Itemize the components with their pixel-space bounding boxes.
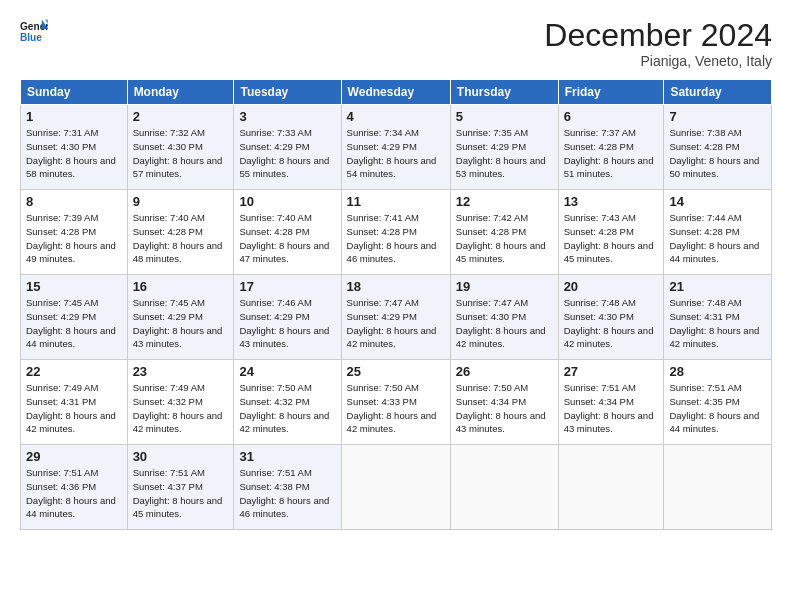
calendar-week-1: 1 Sunrise: 7:31 AMSunset: 4:30 PMDayligh… bbox=[21, 105, 772, 190]
day-info: Sunrise: 7:33 AMSunset: 4:29 PMDaylight:… bbox=[239, 126, 335, 181]
calendar-cell: 14 Sunrise: 7:44 AMSunset: 4:28 PMDaylig… bbox=[664, 190, 772, 275]
calendar-cell: 13 Sunrise: 7:43 AMSunset: 4:28 PMDaylig… bbox=[558, 190, 664, 275]
calendar-cell bbox=[664, 445, 772, 530]
day-number: 13 bbox=[564, 194, 659, 209]
calendar-cell: 9 Sunrise: 7:40 AMSunset: 4:28 PMDayligh… bbox=[127, 190, 234, 275]
location: Pianiga, Veneto, Italy bbox=[544, 53, 772, 69]
calendar-table: SundayMondayTuesdayWednesdayThursdayFrid… bbox=[20, 79, 772, 530]
day-info: Sunrise: 7:50 AMSunset: 4:33 PMDaylight:… bbox=[347, 381, 445, 436]
day-number: 28 bbox=[669, 364, 766, 379]
calendar-cell: 26 Sunrise: 7:50 AMSunset: 4:34 PMDaylig… bbox=[450, 360, 558, 445]
calendar-cell: 1 Sunrise: 7:31 AMSunset: 4:30 PMDayligh… bbox=[21, 105, 128, 190]
calendar-week-5: 29 Sunrise: 7:51 AMSunset: 4:36 PMDaylig… bbox=[21, 445, 772, 530]
day-number: 26 bbox=[456, 364, 553, 379]
calendar-week-2: 8 Sunrise: 7:39 AMSunset: 4:28 PMDayligh… bbox=[21, 190, 772, 275]
day-number: 21 bbox=[669, 279, 766, 294]
day-info: Sunrise: 7:48 AMSunset: 4:30 PMDaylight:… bbox=[564, 296, 659, 351]
day-number: 8 bbox=[26, 194, 122, 209]
weekday-tuesday: Tuesday bbox=[234, 80, 341, 105]
day-number: 6 bbox=[564, 109, 659, 124]
calendar-cell: 23 Sunrise: 7:49 AMSunset: 4:32 PMDaylig… bbox=[127, 360, 234, 445]
day-number: 1 bbox=[26, 109, 122, 124]
day-info: Sunrise: 7:32 AMSunset: 4:30 PMDaylight:… bbox=[133, 126, 229, 181]
day-info: Sunrise: 7:40 AMSunset: 4:28 PMDaylight:… bbox=[133, 211, 229, 266]
calendar-cell: 30 Sunrise: 7:51 AMSunset: 4:37 PMDaylig… bbox=[127, 445, 234, 530]
day-number: 17 bbox=[239, 279, 335, 294]
weekday-saturday: Saturday bbox=[664, 80, 772, 105]
day-info: Sunrise: 7:47 AMSunset: 4:29 PMDaylight:… bbox=[347, 296, 445, 351]
day-info: Sunrise: 7:51 AMSunset: 4:37 PMDaylight:… bbox=[133, 466, 229, 521]
day-number: 10 bbox=[239, 194, 335, 209]
calendar-cell: 5 Sunrise: 7:35 AMSunset: 4:29 PMDayligh… bbox=[450, 105, 558, 190]
calendar-cell: 25 Sunrise: 7:50 AMSunset: 4:33 PMDaylig… bbox=[341, 360, 450, 445]
day-number: 3 bbox=[239, 109, 335, 124]
day-info: Sunrise: 7:45 AMSunset: 4:29 PMDaylight:… bbox=[26, 296, 122, 351]
day-info: Sunrise: 7:51 AMSunset: 4:35 PMDaylight:… bbox=[669, 381, 766, 436]
day-number: 11 bbox=[347, 194, 445, 209]
title-block: December 2024 Pianiga, Veneto, Italy bbox=[544, 18, 772, 69]
day-info: Sunrise: 7:39 AMSunset: 4:28 PMDaylight:… bbox=[26, 211, 122, 266]
calendar-cell: 18 Sunrise: 7:47 AMSunset: 4:29 PMDaylig… bbox=[341, 275, 450, 360]
day-info: Sunrise: 7:43 AMSunset: 4:28 PMDaylight:… bbox=[564, 211, 659, 266]
calendar-cell: 11 Sunrise: 7:41 AMSunset: 4:28 PMDaylig… bbox=[341, 190, 450, 275]
calendar-week-3: 15 Sunrise: 7:45 AMSunset: 4:29 PMDaylig… bbox=[21, 275, 772, 360]
calendar-cell: 29 Sunrise: 7:51 AMSunset: 4:36 PMDaylig… bbox=[21, 445, 128, 530]
day-info: Sunrise: 7:37 AMSunset: 4:28 PMDaylight:… bbox=[564, 126, 659, 181]
calendar-cell: 19 Sunrise: 7:47 AMSunset: 4:30 PMDaylig… bbox=[450, 275, 558, 360]
day-number: 15 bbox=[26, 279, 122, 294]
calendar-cell: 3 Sunrise: 7:33 AMSunset: 4:29 PMDayligh… bbox=[234, 105, 341, 190]
day-number: 5 bbox=[456, 109, 553, 124]
day-info: Sunrise: 7:48 AMSunset: 4:31 PMDaylight:… bbox=[669, 296, 766, 351]
day-number: 20 bbox=[564, 279, 659, 294]
page-header: General Blue December 2024 Pianiga, Vene… bbox=[20, 18, 772, 69]
day-info: Sunrise: 7:40 AMSunset: 4:28 PMDaylight:… bbox=[239, 211, 335, 266]
calendar-week-4: 22 Sunrise: 7:49 AMSunset: 4:31 PMDaylig… bbox=[21, 360, 772, 445]
day-info: Sunrise: 7:31 AMSunset: 4:30 PMDaylight:… bbox=[26, 126, 122, 181]
day-info: Sunrise: 7:45 AMSunset: 4:29 PMDaylight:… bbox=[133, 296, 229, 351]
day-info: Sunrise: 7:50 AMSunset: 4:34 PMDaylight:… bbox=[456, 381, 553, 436]
day-info: Sunrise: 7:41 AMSunset: 4:28 PMDaylight:… bbox=[347, 211, 445, 266]
calendar-cell: 6 Sunrise: 7:37 AMSunset: 4:28 PMDayligh… bbox=[558, 105, 664, 190]
day-info: Sunrise: 7:50 AMSunset: 4:32 PMDaylight:… bbox=[239, 381, 335, 436]
logo-icon: General Blue bbox=[20, 18, 48, 46]
month-title: December 2024 bbox=[544, 18, 772, 53]
svg-text:Blue: Blue bbox=[20, 32, 42, 43]
day-number: 12 bbox=[456, 194, 553, 209]
weekday-thursday: Thursday bbox=[450, 80, 558, 105]
calendar-cell: 31 Sunrise: 7:51 AMSunset: 4:38 PMDaylig… bbox=[234, 445, 341, 530]
calendar-cell: 28 Sunrise: 7:51 AMSunset: 4:35 PMDaylig… bbox=[664, 360, 772, 445]
calendar-cell: 8 Sunrise: 7:39 AMSunset: 4:28 PMDayligh… bbox=[21, 190, 128, 275]
day-number: 25 bbox=[347, 364, 445, 379]
calendar-cell: 7 Sunrise: 7:38 AMSunset: 4:28 PMDayligh… bbox=[664, 105, 772, 190]
day-info: Sunrise: 7:51 AMSunset: 4:38 PMDaylight:… bbox=[239, 466, 335, 521]
day-info: Sunrise: 7:49 AMSunset: 4:32 PMDaylight:… bbox=[133, 381, 229, 436]
day-number: 18 bbox=[347, 279, 445, 294]
day-number: 31 bbox=[239, 449, 335, 464]
calendar-cell: 22 Sunrise: 7:49 AMSunset: 4:31 PMDaylig… bbox=[21, 360, 128, 445]
calendar-cell: 17 Sunrise: 7:46 AMSunset: 4:29 PMDaylig… bbox=[234, 275, 341, 360]
day-number: 19 bbox=[456, 279, 553, 294]
day-info: Sunrise: 7:34 AMSunset: 4:29 PMDaylight:… bbox=[347, 126, 445, 181]
day-info: Sunrise: 7:49 AMSunset: 4:31 PMDaylight:… bbox=[26, 381, 122, 436]
weekday-wednesday: Wednesday bbox=[341, 80, 450, 105]
calendar-cell bbox=[341, 445, 450, 530]
day-info: Sunrise: 7:51 AMSunset: 4:36 PMDaylight:… bbox=[26, 466, 122, 521]
calendar-cell: 27 Sunrise: 7:51 AMSunset: 4:34 PMDaylig… bbox=[558, 360, 664, 445]
logo: General Blue bbox=[20, 18, 48, 46]
day-info: Sunrise: 7:35 AMSunset: 4:29 PMDaylight:… bbox=[456, 126, 553, 181]
calendar-cell bbox=[558, 445, 664, 530]
day-number: 27 bbox=[564, 364, 659, 379]
calendar-cell: 2 Sunrise: 7:32 AMSunset: 4:30 PMDayligh… bbox=[127, 105, 234, 190]
calendar-cell: 24 Sunrise: 7:50 AMSunset: 4:32 PMDaylig… bbox=[234, 360, 341, 445]
day-number: 22 bbox=[26, 364, 122, 379]
calendar-cell: 10 Sunrise: 7:40 AMSunset: 4:28 PMDaylig… bbox=[234, 190, 341, 275]
day-number: 29 bbox=[26, 449, 122, 464]
day-number: 2 bbox=[133, 109, 229, 124]
day-info: Sunrise: 7:46 AMSunset: 4:29 PMDaylight:… bbox=[239, 296, 335, 351]
calendar-cell: 20 Sunrise: 7:48 AMSunset: 4:30 PMDaylig… bbox=[558, 275, 664, 360]
calendar-cell: 4 Sunrise: 7:34 AMSunset: 4:29 PMDayligh… bbox=[341, 105, 450, 190]
day-number: 9 bbox=[133, 194, 229, 209]
calendar-cell: 21 Sunrise: 7:48 AMSunset: 4:31 PMDaylig… bbox=[664, 275, 772, 360]
weekday-header-row: SundayMondayTuesdayWednesdayThursdayFrid… bbox=[21, 80, 772, 105]
day-number: 24 bbox=[239, 364, 335, 379]
